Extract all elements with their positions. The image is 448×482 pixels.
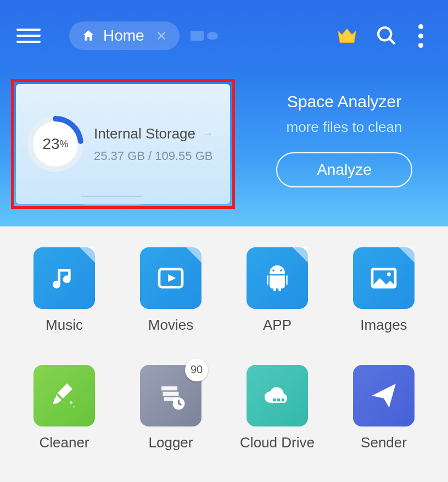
- storage-detail: 25.37 GB / 109.55 GB: [94, 149, 220, 163]
- cleaner-icon: [33, 365, 95, 426]
- tab-label: Home: [103, 27, 144, 45]
- tile-movies[interactable]: Movies: [128, 247, 213, 344]
- tile-label: Cleaner: [39, 434, 89, 451]
- tab-home[interactable]: Home: [69, 21, 180, 50]
- cloud-icon: [247, 365, 308, 426]
- tile-logger[interactable]: 90 Logger: [128, 365, 213, 462]
- android-icon: [247, 247, 308, 309]
- svg-rect-12: [277, 398, 280, 401]
- cloud-mini-icon: [207, 32, 218, 40]
- svg-point-9: [73, 406, 75, 407]
- space-analyzer: Space Analyzer more files to clean Analy…: [251, 79, 437, 226]
- tile-label: APP: [263, 317, 292, 334]
- storage-percent: 23: [42, 135, 59, 153]
- images-icon: [353, 247, 415, 309]
- svg-point-7: [387, 273, 391, 276]
- svg-rect-11: [273, 398, 276, 401]
- close-icon[interactable]: [155, 30, 167, 42]
- storage-info: Internal Storage→ 25.37 GB / 109.55 GB: [94, 125, 220, 163]
- svg-point-8: [70, 401, 72, 404]
- tile-label: Music: [46, 317, 83, 334]
- logger-icon: 90: [140, 365, 201, 426]
- tile-label: Logger: [149, 434, 193, 451]
- svg-point-0: [378, 27, 391, 40]
- tile-cleaner[interactable]: Cleaner: [22, 365, 107, 462]
- internal-storage-card[interactable]: 23% Internal Storage→ 25.37 GB / 109.55 …: [16, 84, 230, 204]
- tile-label: Movies: [148, 317, 193, 334]
- menu-icon[interactable]: [16, 24, 41, 48]
- analyzer-title: Space Analyzer: [287, 92, 401, 111]
- svg-point-5: [280, 269, 282, 272]
- tile-app[interactable]: APP: [235, 247, 320, 344]
- tile-label: Sender: [361, 434, 407, 451]
- tab-extras: [191, 31, 218, 41]
- highlight-box: 23% Internal Storage→ 25.37 GB / 109.55 …: [11, 79, 235, 209]
- storage-ring: 23%: [26, 114, 85, 174]
- movies-icon: [140, 247, 201, 309]
- tile-cloud-drive[interactable]: Cloud Drive: [235, 365, 320, 462]
- sender-icon: [353, 365, 415, 426]
- logger-badge: 90: [185, 358, 208, 381]
- svg-point-4: [272, 269, 275, 272]
- percent-symbol: %: [60, 138, 69, 150]
- sd-icon: [191, 31, 204, 41]
- svg-rect-13: [282, 398, 284, 401]
- search-icon[interactable]: [376, 25, 397, 47]
- more-icon[interactable]: [418, 24, 425, 48]
- analyze-button[interactable]: Analyze: [276, 152, 412, 187]
- music-icon: [33, 247, 95, 309]
- app-header: Home: [0, 0, 448, 71]
- tile-sender[interactable]: Sender: [341, 365, 426, 462]
- home-icon: [81, 29, 96, 43]
- tile-label: Images: [360, 317, 407, 334]
- category-grid: Music Movies APP Images Cleaner 90: [0, 226, 448, 482]
- tile-label: Cloud Drive: [240, 434, 315, 451]
- chevron-right-icon: →: [201, 126, 214, 141]
- storage-title: Internal Storage: [94, 125, 195, 142]
- tile-music[interactable]: Music: [22, 247, 107, 344]
- analyzer-subtitle: more files to clean: [287, 119, 402, 136]
- crown-icon[interactable]: [335, 24, 359, 48]
- tile-images[interactable]: Images: [341, 247, 426, 344]
- hero-section: 23% Internal Storage→ 25.37 GB / 109.55 …: [0, 71, 448, 226]
